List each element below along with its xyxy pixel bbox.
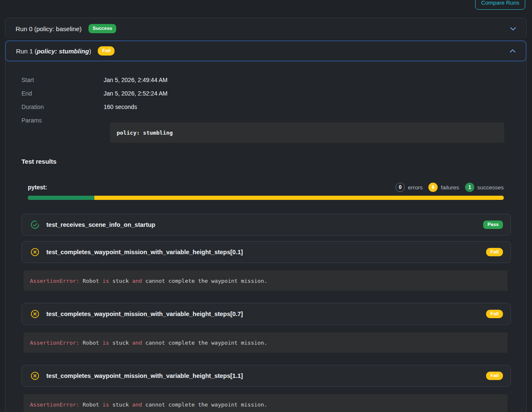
detail-row-params: Params policy: stumbling bbox=[5, 114, 526, 143]
x-circle-icon bbox=[30, 247, 40, 257]
test-row[interactable]: test_receives_scene_info_on_startup Pass bbox=[21, 214, 511, 236]
assertion-error-block: AssertionError: Robot is stuck and canno… bbox=[24, 332, 508, 353]
test-results-heading: Test results bbox=[21, 158, 526, 165]
params-code-block: policy: stumbling bbox=[110, 122, 504, 143]
detail-value: Jan 5, 2026, 2:52:24 AM bbox=[104, 90, 168, 97]
pytest-summary-section: pytest: 0 errors 6 failures 1 successes bbox=[28, 183, 504, 200]
pytest-suite-label: pytest: bbox=[28, 184, 47, 191]
detail-row-end: End Jan 5, 2026, 2:52:24 AM bbox=[5, 87, 526, 100]
detail-row-duration: Duration 160 seconds bbox=[5, 100, 526, 114]
test-group: test_completes_waypoint_mission_with_var… bbox=[21, 303, 511, 353]
test-count-summary: 0 errors 6 failures 1 successes bbox=[390, 183, 504, 192]
test-status-badge: Fail bbox=[486, 248, 503, 256]
progress-fail-segment bbox=[94, 196, 504, 200]
assertion-error-block: AssertionError: Robot is stuck and canno… bbox=[24, 394, 508, 412]
params-code: policy: stumbling bbox=[117, 130, 173, 136]
test-status-badge: Pass bbox=[483, 221, 503, 229]
detail-label: Start bbox=[21, 77, 104, 83]
x-circle-icon bbox=[30, 309, 40, 319]
test-group: test_completes_waypoint_mission_with_var… bbox=[21, 241, 511, 291]
errors-label: errors bbox=[408, 184, 422, 191]
detail-value: 160 seconds bbox=[104, 104, 137, 110]
run0-status-badge: Success bbox=[88, 24, 117, 33]
detail-value: Jan 5, 2026, 2:49:44 AM bbox=[104, 77, 168, 83]
errors-count-badge: 0 bbox=[396, 183, 405, 192]
run0-title: Run 0 (policy: baseline) bbox=[16, 25, 82, 32]
test-row[interactable]: test_completes_waypoint_mission_with_var… bbox=[21, 365, 511, 387]
test-row[interactable]: test_completes_waypoint_mission_with_var… bbox=[21, 303, 511, 325]
test-row[interactable]: test_completes_waypoint_mission_with_var… bbox=[21, 241, 511, 263]
run0-card: Run 0 (policy: baseline) Success bbox=[5, 18, 527, 39]
runs-list: Run 0 (policy: baseline) Success Run 1 (… bbox=[5, 18, 527, 412]
detail-label: End bbox=[21, 90, 104, 97]
test-name: test_completes_waypoint_mission_with_var… bbox=[46, 311, 243, 317]
error-type-label: AssertionError: bbox=[30, 278, 79, 284]
test-name: test_completes_waypoint_mission_with_var… bbox=[46, 372, 243, 379]
test-status-badge: Fail bbox=[486, 310, 503, 318]
run1-title: Run 1 (policy: stumbling) bbox=[16, 48, 91, 55]
test-status-badge: Fail bbox=[486, 372, 503, 380]
error-type-label: AssertionError: bbox=[30, 401, 79, 408]
test-name: test_completes_waypoint_mission_with_var… bbox=[46, 249, 243, 255]
progress-success-segment bbox=[28, 196, 94, 200]
test-list: test_receives_scene_info_on_startup Pass… bbox=[21, 214, 511, 412]
run-metadata: Start Jan 5, 2026, 2:49:44 AM End Jan 5,… bbox=[5, 73, 526, 143]
test-progress-bar bbox=[28, 196, 504, 200]
assertion-error-block: AssertionError: Robot is stuck and canno… bbox=[24, 271, 508, 291]
errors-summary: 0 errors bbox=[396, 183, 422, 192]
successes-label: successes bbox=[477, 184, 504, 191]
test-group: test_completes_waypoint_mission_with_var… bbox=[21, 365, 511, 412]
compare-runs-button[interactable]: Compare Runs bbox=[475, 0, 525, 10]
failures-summary: 6 failures bbox=[428, 183, 459, 192]
failures-count-badge: 6 bbox=[428, 183, 438, 192]
top-toolbar: Compare Runs bbox=[0, 0, 532, 18]
check-circle-icon bbox=[30, 220, 40, 229]
run1-details-panel: Start Jan 5, 2026, 2:49:44 AM End Jan 5,… bbox=[5, 61, 526, 412]
error-type-label: AssertionError: bbox=[30, 340, 79, 346]
test-name: test_receives_scene_info_on_startup bbox=[46, 221, 155, 228]
detail-label: Duration bbox=[21, 104, 104, 110]
run1-card: Run 1 (policy: stumbling) Fail Start Jan… bbox=[5, 40, 527, 412]
x-circle-icon bbox=[30, 371, 40, 380]
detail-label: Params bbox=[21, 114, 104, 127]
chevron-up-icon[interactable] bbox=[508, 46, 517, 56]
successes-summary: 1 successes bbox=[465, 183, 504, 192]
detail-row-start: Start Jan 5, 2026, 2:49:44 AM bbox=[5, 73, 526, 87]
run1-header[interactable]: Run 1 (policy: stumbling) Fail bbox=[5, 40, 527, 61]
successes-count-badge: 1 bbox=[465, 183, 474, 192]
failures-label: failures bbox=[441, 184, 459, 191]
run1-policy-name: policy: stumbling bbox=[37, 48, 89, 55]
run1-status-badge: Fail bbox=[98, 46, 115, 56]
run0-header[interactable]: Run 0 (policy: baseline) Success bbox=[5, 18, 526, 39]
chevron-down-icon[interactable] bbox=[508, 24, 518, 33]
